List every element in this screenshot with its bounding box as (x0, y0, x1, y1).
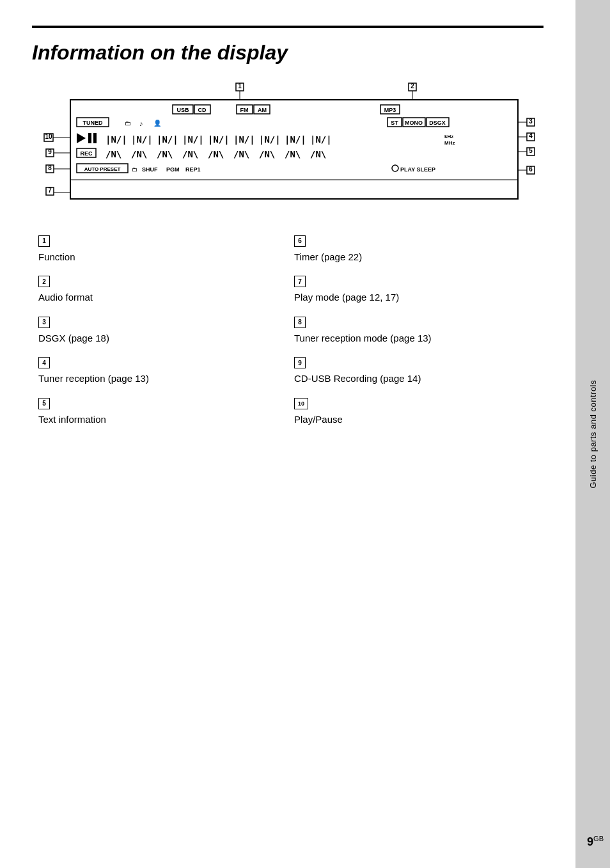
legend-number-3: 3 (38, 317, 50, 328)
svg-text:/N\: /N\ (182, 149, 198, 159)
svg-text:kHz: kHz (444, 134, 453, 139)
svg-text:/N\: /N\ (233, 149, 249, 159)
svg-text:REP1: REP1 (185, 166, 201, 173)
legend-label-7: Play mode (page 12, 17) (294, 292, 531, 303)
legend-number-2: 2 (38, 276, 50, 287)
svg-text:|N/|: |N/| (131, 134, 153, 145)
svg-point-53 (392, 165, 398, 171)
legend-number-6: 6 (294, 235, 306, 247)
legend-item-7: 7 Play mode (page 12, 17) (288, 269, 544, 310)
svg-text:MHz: MHz (444, 140, 455, 146)
svg-text:USB: USB (176, 107, 189, 113)
svg-text:/N\: /N\ (310, 149, 326, 159)
svg-text:|N/|: |N/| (208, 134, 230, 145)
legend-label-3: DSGX (page 18) (38, 333, 275, 343)
svg-text:CD: CD (198, 107, 207, 113)
svg-text:REC: REC (80, 150, 93, 157)
svg-rect-24 (93, 133, 97, 143)
legend-label-1: Function (38, 251, 275, 262)
legend-item-4: 4 Tuner reception (page 13) (32, 350, 288, 391)
legend-item-9: 9 CD-USB Recording (page 14) (288, 350, 544, 391)
page-title: Information on the display (32, 41, 544, 65)
legend-label-5: Text information (38, 414, 275, 425)
svg-text:MONO: MONO (405, 120, 423, 126)
svg-text:🗀: 🗀 (125, 120, 131, 127)
legend-number-7: 7 (294, 276, 306, 287)
svg-text:|N/|: |N/| (310, 134, 332, 145)
legend-right-col: 6 Timer (page 22) 7 Play mode (page 12, … (288, 228, 544, 431)
svg-text:AM: AM (258, 107, 267, 113)
legend-item-2: 2 Audio format (32, 269, 288, 310)
svg-text:♪: ♪ (139, 120, 143, 127)
svg-text:👤: 👤 (153, 119, 162, 127)
legend-item-3: 3 DSGX (page 18) (32, 309, 288, 350)
svg-text:|N/|: |N/| (259, 134, 281, 145)
legend-number-9: 9 (294, 357, 306, 368)
legend-grid: 1 Function 2 Audio format 3 DSGX (page 1… (32, 228, 544, 431)
svg-text:|N/|: |N/| (106, 134, 127, 145)
legend-label-4: Tuner reception (page 13) (38, 373, 275, 384)
page-container: Information on the display USB CD FM AM … (0, 0, 610, 868)
page-number: 9GB (587, 835, 604, 849)
legend-item-1: 1 Function (32, 228, 288, 269)
svg-text:PGM: PGM (166, 166, 180, 173)
legend-item-6: 6 Timer (page 22) (288, 228, 544, 269)
legend-label-2: Audio format (38, 292, 275, 303)
legend-number-5: 5 (38, 398, 50, 409)
legend-item-5: 5 Text information (32, 390, 288, 431)
legend-number-8: 8 (294, 317, 306, 328)
svg-text:|N/|: |N/| (233, 134, 255, 145)
svg-text:DSGX: DSGX (429, 120, 446, 126)
display-diagram: USB CD FM AM MP3 TUNED 🗀 ♪ 👤 (32, 81, 556, 221)
sidebar-text: Guide to parts and controls (588, 380, 598, 489)
svg-text:PLAY  SLEEP: PLAY SLEEP (400, 166, 435, 173)
top-border (32, 26, 544, 28)
legend-number-4: 4 (38, 357, 50, 368)
legend-number-10: 10 (294, 398, 308, 409)
legend-label-6: Timer (page 22) (294, 251, 531, 262)
svg-text:TUNED: TUNED (83, 120, 103, 126)
svg-text:/N\: /N\ (208, 149, 224, 159)
sidebar: Guide to parts and controls 9GB (575, 0, 610, 868)
svg-text:🗀: 🗀 (132, 166, 137, 173)
legend-label-9: CD-USB Recording (page 14) (294, 373, 531, 384)
svg-text:FM: FM (240, 107, 249, 113)
legend-item-8: 8 Tuner reception mode (page 13) (288, 309, 544, 350)
svg-text:|N/|: |N/| (157, 134, 178, 145)
svg-marker-22 (77, 133, 86, 143)
main-content: Information on the display USB CD FM AM … (0, 0, 575, 868)
legend-label-10: Play/Pause (294, 414, 531, 425)
svg-text:/N\: /N\ (131, 149, 147, 159)
svg-text:AUTO PRESET: AUTO PRESET (84, 166, 121, 172)
legend-number-1: 1 (38, 235, 50, 247)
svg-text:MP3: MP3 (384, 107, 396, 113)
legend-label-8: Tuner reception mode (page 13) (294, 333, 531, 343)
svg-text:/N\: /N\ (259, 149, 275, 159)
svg-text:/N\: /N\ (285, 149, 301, 159)
svg-text:|N/|: |N/| (285, 134, 306, 145)
svg-text:SHUF: SHUF (142, 166, 158, 173)
svg-text:/N\: /N\ (106, 149, 121, 159)
svg-text:/N\: /N\ (157, 149, 173, 159)
legend-item-10: 10 Play/Pause (288, 390, 544, 431)
svg-text:|N/|: |N/| (182, 134, 204, 145)
svg-text:ST: ST (391, 120, 398, 126)
svg-rect-23 (88, 133, 91, 143)
legend-left-col: 1 Function 2 Audio format 3 DSGX (page 1… (32, 228, 288, 431)
